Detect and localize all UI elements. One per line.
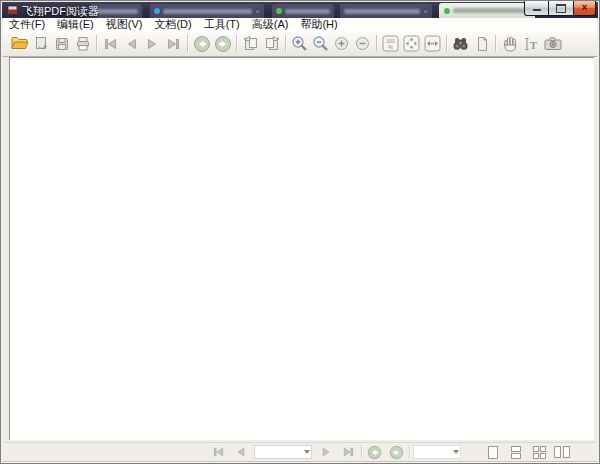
- last-page-button[interactable]: [339, 445, 357, 459]
- toolbar-separator: [96, 35, 97, 52]
- document-viewport[interactable]: [9, 57, 594, 440]
- last-page-icon: [343, 447, 354, 457]
- toolbar: 100 %: [3, 31, 597, 57]
- go-forward-button[interactable]: [212, 33, 233, 55]
- toolbar-separator: [376, 35, 377, 52]
- find-button[interactable]: [450, 33, 471, 55]
- background-tab-active: [439, 3, 535, 18]
- forward-circle-icon: [389, 445, 404, 460]
- go-back-button[interactable]: [191, 33, 212, 55]
- app-icon: [7, 5, 18, 15]
- fit-width-button[interactable]: [422, 33, 443, 55]
- actual-size-icon: 100 %: [382, 35, 399, 52]
- svg-text:T: T: [529, 38, 537, 50]
- menu-file[interactable]: 文件(F): [3, 18, 51, 31]
- svg-text:%: %: [388, 44, 393, 50]
- print-icon: [75, 36, 91, 52]
- text-select-button[interactable]: T: [520, 33, 541, 55]
- minimize-button[interactable]: [524, 1, 549, 16]
- toolbar-separator: [495, 35, 496, 52]
- toolbar-separator: [285, 35, 286, 52]
- previous-page-button[interactable]: [231, 445, 249, 459]
- magnifier-plus-icon: [291, 35, 308, 52]
- single-page-icon: [488, 446, 498, 459]
- facing-pages-icon: [533, 446, 546, 459]
- zoom-level-input[interactable]: [414, 446, 451, 458]
- last-page-button[interactable]: [163, 33, 184, 55]
- menu-document[interactable]: 文档(D): [148, 18, 197, 31]
- menu-view[interactable]: 视图(V): [100, 18, 149, 31]
- zoom-out-button[interactable]: [352, 33, 373, 55]
- go-back-button[interactable]: [365, 445, 383, 459]
- hand-tool-button[interactable]: [499, 33, 520, 55]
- tab-favicon-icon: [444, 8, 450, 14]
- chevron-down-icon: [453, 450, 459, 454]
- save-button[interactable]: [51, 33, 72, 55]
- toolbar-separator: [187, 35, 188, 52]
- page-number-combo: [254, 445, 312, 459]
- zoom-level-combo: [413, 445, 461, 459]
- titlebar[interactable]: × × 飞翔PDF阅读器 ×: [2, 2, 598, 18]
- camera-icon: [544, 36, 562, 51]
- blurred-tab-text: [344, 9, 420, 14]
- menu-help[interactable]: 帮助(H): [294, 18, 343, 31]
- blurred-tab-text: [285, 9, 330, 14]
- page-export-icon: [33, 36, 49, 52]
- first-page-icon: [104, 38, 117, 50]
- background-tab: ×: [150, 4, 264, 18]
- last-page-icon: [167, 38, 180, 50]
- zoom-out-tool-button[interactable]: [310, 33, 331, 55]
- first-page-button[interactable]: [209, 445, 227, 459]
- two-up-icon: [554, 446, 570, 458]
- zoom-combo-dropdown[interactable]: [451, 446, 460, 458]
- fit-page-icon: [403, 35, 420, 52]
- toolbar-separator: [236, 35, 237, 52]
- magnifier-minus-icon: [312, 35, 329, 52]
- actual-size-button[interactable]: 100 %: [380, 33, 401, 55]
- print-button[interactable]: [72, 33, 93, 55]
- close-icon: ×: [582, 3, 588, 13]
- statusbar-separator: [409, 445, 410, 458]
- background-tab: [272, 4, 334, 18]
- single-page-view-button[interactable]: [483, 444, 503, 460]
- menu-edit[interactable]: 编辑(E): [51, 18, 100, 31]
- statusbar: [3, 442, 597, 462]
- close-button[interactable]: ×: [574, 1, 596, 16]
- tab-close-icon: ×: [423, 7, 428, 16]
- zoom-in-button[interactable]: [331, 33, 352, 55]
- first-page-button[interactable]: [100, 33, 121, 55]
- zoom-in-tool-button[interactable]: [289, 33, 310, 55]
- menu-advanced[interactable]: 高级(A): [246, 18, 295, 31]
- maximize-button[interactable]: [549, 1, 574, 16]
- previous-page-button[interactable]: [121, 33, 142, 55]
- continuous-view-button[interactable]: [506, 444, 526, 460]
- next-page-button[interactable]: [317, 445, 335, 459]
- text-select-icon: T: [523, 36, 539, 52]
- binoculars-icon: [452, 36, 469, 51]
- rotate-right-button[interactable]: [261, 33, 282, 55]
- open-button[interactable]: [9, 33, 30, 55]
- fit-width-icon: [424, 35, 441, 52]
- go-forward-button[interactable]: [387, 445, 405, 459]
- bookmark-button[interactable]: [471, 33, 492, 55]
- save-copy-button[interactable]: [30, 33, 51, 55]
- page-number-input[interactable]: [255, 446, 302, 458]
- menu-tools[interactable]: 工具(T): [198, 18, 246, 31]
- next-page-icon: [321, 447, 332, 457]
- two-up-view-button[interactable]: [552, 444, 572, 460]
- tab-favicon-icon: [154, 8, 160, 14]
- snapshot-button[interactable]: [541, 33, 565, 55]
- page-combo-dropdown[interactable]: [302, 446, 311, 458]
- facing-view-button[interactable]: [529, 444, 549, 460]
- circle-plus-icon: [334, 36, 349, 51]
- pdf-reader-window: × × 飞翔PDF阅读器 × 文件(F) 编辑(E) 视图(V): [0, 0, 600, 464]
- fit-page-button[interactable]: [401, 33, 422, 55]
- next-page-button[interactable]: [142, 33, 163, 55]
- background-tab: ×: [340, 4, 432, 18]
- back-circle-icon: [193, 35, 211, 53]
- rotate-left-button[interactable]: [240, 33, 261, 55]
- rotate-right-icon: [264, 36, 280, 52]
- previous-page-icon: [235, 447, 246, 457]
- next-page-icon: [146, 38, 159, 50]
- window-controls: ×: [524, 1, 596, 16]
